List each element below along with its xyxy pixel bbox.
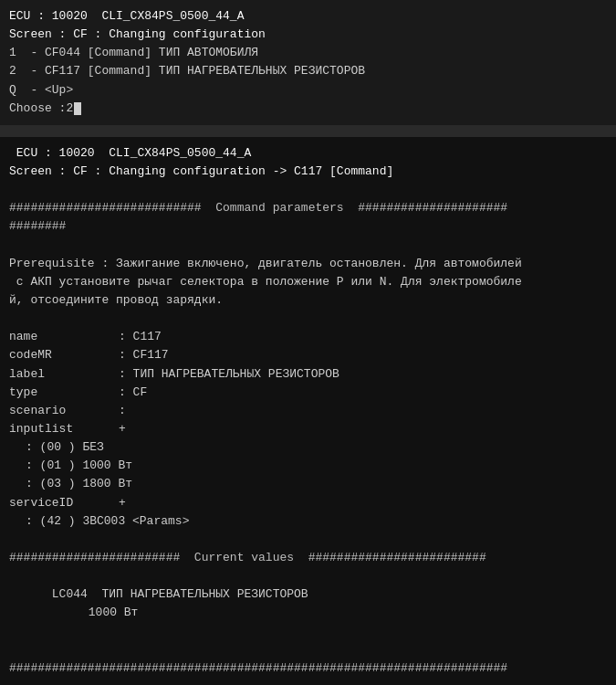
field-inputlist: inputlist+ (9, 420, 607, 438)
field-label: label: ТИП НАГРЕВАТЕЛЬНЫХ РЕЗИСТОРОВ (9, 365, 607, 384)
terminal-container: ECU : 10020 CLI_CX84PS_0500_44_A Screen … (0, 0, 616, 685)
inputlist-item-0: : (00 ) БЕЗ (9, 438, 607, 457)
cursor (74, 102, 81, 115)
hash-line-1: ########################### Command para… (9, 199, 607, 217)
choose-text: Choose :2 (9, 100, 73, 118)
fields-table: name: C117 codeMR: CF117 label: ТИП НАГР… (9, 328, 607, 531)
field-codemr: codeMR: CF117 (9, 346, 607, 364)
spacer-1 (9, 181, 607, 199)
prerequisite-line1: Prerequisite : Зажигание включено, двига… (9, 255, 607, 273)
bottom-panel: ECU : 10020 CLI_CX84PS_0500_44_A Screen … (0, 137, 616, 685)
prerequisite-line2: с АКП установите рычаг селектора в полож… (9, 273, 607, 291)
top-panel: ECU : 10020 CLI_CX84PS_0500_44_A Screen … (0, 0, 616, 128)
top-choose-prompt[interactable]: Choose :2 (9, 100, 607, 118)
bottom-ecu-line: ECU : 10020 CLI_CX84PS_0500_44_A (9, 144, 607, 163)
spacer-6 (9, 678, 607, 685)
prerequisite-line3: й, отсоедините провод зарядки. (9, 291, 607, 310)
field-type: type: CF (9, 384, 607, 402)
top-screen-line: Screen : CF : Changing configuration (9, 26, 607, 44)
field-name: name: C117 (9, 328, 607, 346)
current-value-data: 1000 Вт (52, 606, 139, 619)
spacer-3 (9, 310, 607, 328)
inputlist-item-2: : (03 ) 1800 Вт (9, 475, 607, 493)
inputlist-item-1: : (01 ) 1000 Вт (9, 457, 607, 475)
serviceid-item: : (42 ) 3ВС003 <Params> (9, 512, 607, 531)
field-scenario: scenario: (9, 402, 607, 420)
top-option-1: 1 - CF044 [Command] ТИП АВТОМОБИЛЯ (9, 44, 607, 62)
current-value-row: LC044 ТИП НАГРЕВАТЕЛЬНЫХ РЕЗИСТОРОВ 1000… (9, 567, 607, 641)
top-option-2: 2 - CF117 [Command] ТИП НАГРЕВАТЕЛЬНЫХ Р… (9, 62, 607, 80)
hash-cont: ######## (9, 217, 607, 236)
hash-line-3: ########################################… (9, 659, 607, 678)
current-value-label: LC044 ТИП НАГРЕВАТЕЛЬНЫХ РЕЗИСТОРОВ (52, 587, 308, 601)
hash-line-2: ######################## Current values … (9, 549, 607, 567)
top-ecu-line: ECU : 10020 CLI_CX84PS_0500_44_A (9, 7, 607, 26)
bottom-screen-line: Screen : CF : Changing configuration -> … (9, 163, 607, 181)
spacer-2 (9, 237, 607, 255)
field-serviceid: serviceID+ (9, 494, 607, 512)
spacer-4 (9, 531, 607, 549)
top-option-q: Q - <Up> (9, 81, 607, 100)
panel-divider (0, 128, 616, 137)
spacer-5 (9, 641, 607, 659)
